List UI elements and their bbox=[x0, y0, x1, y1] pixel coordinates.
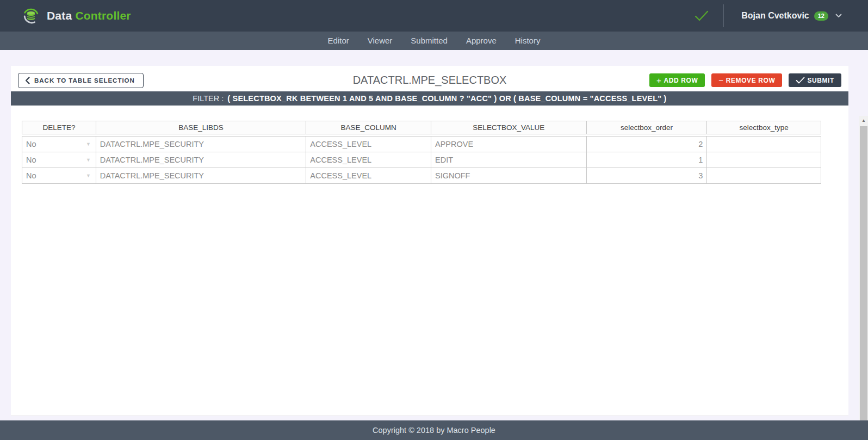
back-to-table-selection-button[interactable]: BACK TO TABLE SELECTION bbox=[18, 73, 144, 88]
base-column-cell[interactable]: ACCESS_LEVEL bbox=[306, 168, 431, 183]
minus-icon: − bbox=[718, 76, 723, 84]
connection-check-icon bbox=[694, 10, 709, 22]
base-column-cell[interactable]: ACCESS_LEVEL bbox=[306, 137, 431, 152]
plus-icon: + bbox=[656, 76, 661, 84]
base-libds-cell[interactable]: DATACTRL.MPE_SECURITY bbox=[96, 152, 306, 168]
column-header-selectbox-value: SELECTBOX_VALUE bbox=[431, 121, 586, 134]
user-name: Bojan Cvetkovic bbox=[741, 11, 809, 21]
column-header-selectbox-type: selectbox_type bbox=[706, 121, 821, 134]
submit-button[interactable]: SUBMIT bbox=[789, 73, 841, 87]
brand-logo[interactable]: Data Controller bbox=[22, 7, 131, 25]
header-actions: +ADD ROW − REMOVE ROW SUBMIT bbox=[649, 73, 841, 87]
grid-header-row: DELETE? BASE_LIBDS BASE_COLUMN SELECTBOX… bbox=[22, 121, 821, 134]
selectbox-order-cell[interactable]: 2 bbox=[586, 137, 707, 152]
scroll-up-arrow-icon[interactable]: ▲ bbox=[859, 116, 868, 125]
top-navbar: Data Controller Bojan Cvetkovic 12 bbox=[0, 0, 868, 32]
filter-expression: ( SELECTBOX_RK BETWEEN 1 AND 5 AND BASE_… bbox=[227, 94, 666, 103]
remove-row-button[interactable]: − REMOVE ROW bbox=[711, 73, 782, 87]
selectbox-type-cell[interactable] bbox=[706, 152, 821, 168]
main-nav-tabs: Editor Viewer Submitted Approve History bbox=[0, 32, 868, 50]
selectbox-order-cell[interactable]: 3 bbox=[586, 168, 707, 183]
content-area: BACK TO TABLE SELECTION DATACTRL.MPE_SEL… bbox=[0, 66, 868, 436]
delete-dropdown-cell[interactable]: No ▼ bbox=[22, 152, 96, 168]
brand-name: Data Controller bbox=[47, 9, 131, 22]
vertical-scrollbar[interactable]: ▲ ▼ bbox=[859, 116, 868, 440]
base-libds-cell[interactable]: DATACTRL.MPE_SECURITY bbox=[96, 168, 306, 183]
footer: Copyright © 2018 by Macro People bbox=[0, 420, 868, 440]
column-header-delete: DELETE? bbox=[22, 121, 96, 134]
tab-editor[interactable]: Editor bbox=[320, 32, 357, 50]
card-header: BACK TO TABLE SELECTION DATACTRL.MPE_SEL… bbox=[11, 66, 848, 91]
selectbox-type-cell[interactable] bbox=[706, 137, 821, 152]
selectbox-value-cell[interactable]: APPROVE bbox=[431, 137, 586, 152]
tab-approve[interactable]: Approve bbox=[458, 32, 505, 50]
table-row: No ▼ DATACTRL.MPE_SECURITY ACCESS_LEVEL … bbox=[22, 137, 821, 152]
table-row: No ▼ DATACTRL.MPE_SECURITY ACCESS_LEVEL … bbox=[22, 152, 821, 168]
base-column-cell[interactable]: ACCESS_LEVEL bbox=[306, 152, 431, 168]
chevron-left-icon bbox=[25, 77, 30, 84]
editor-card: BACK TO TABLE SELECTION DATACTRL.MPE_SEL… bbox=[11, 66, 848, 416]
navbar-divider bbox=[723, 4, 724, 27]
scrollbar-thumb[interactable] bbox=[860, 126, 867, 440]
table-row: No ▼ DATACTRL.MPE_SECURITY ACCESS_LEVEL … bbox=[22, 168, 821, 184]
tab-viewer[interactable]: Viewer bbox=[359, 32, 401, 50]
tab-submitted[interactable]: Submitted bbox=[402, 32, 456, 50]
selectbox-value-cell[interactable]: SIGNOFF bbox=[431, 168, 586, 183]
tab-history[interactable]: History bbox=[507, 32, 549, 50]
notification-badge: 12 bbox=[814, 11, 828, 21]
user-menu[interactable]: Bojan Cvetkovic 12 bbox=[741, 11, 842, 21]
column-header-base-column: BASE_COLUMN bbox=[306, 121, 431, 134]
filter-label: FILTER : bbox=[193, 94, 224, 103]
check-icon bbox=[796, 77, 805, 84]
add-row-button[interactable]: +ADD ROW bbox=[649, 73, 705, 87]
selectbox-order-cell[interactable]: 1 bbox=[586, 152, 707, 168]
selectbox-value-cell[interactable]: EDIT bbox=[431, 152, 586, 168]
filter-bar[interactable]: FILTER : ( SELECTBOX_RK BETWEEN 1 AND 5 … bbox=[11, 91, 848, 106]
dropdown-arrow-icon: ▼ bbox=[86, 152, 92, 168]
back-button-label: BACK TO TABLE SELECTION bbox=[34, 77, 135, 84]
chevron-down-icon bbox=[835, 14, 842, 18]
copyright-text: Copyright © 2018 by Macro People bbox=[373, 426, 495, 435]
dropdown-arrow-icon: ▼ bbox=[86, 137, 92, 152]
selectbox-type-cell[interactable] bbox=[706, 168, 821, 183]
data-grid: DELETE? BASE_LIBDS BASE_COLUMN SELECTBOX… bbox=[22, 121, 821, 184]
column-header-base-libds: BASE_LIBDS bbox=[96, 121, 306, 134]
delete-dropdown-cell[interactable]: No ▼ bbox=[22, 168, 96, 183]
dropdown-arrow-icon: ▼ bbox=[86, 168, 92, 183]
grid-body: No ▼ DATACTRL.MPE_SECURITY ACCESS_LEVEL … bbox=[22, 136, 821, 184]
delete-dropdown-cell[interactable]: No ▼ bbox=[22, 137, 96, 152]
data-controller-logo-icon bbox=[22, 7, 40, 25]
column-header-selectbox-order: selectbox_order bbox=[586, 121, 707, 134]
base-libds-cell[interactable]: DATACTRL.MPE_SECURITY bbox=[96, 137, 306, 152]
